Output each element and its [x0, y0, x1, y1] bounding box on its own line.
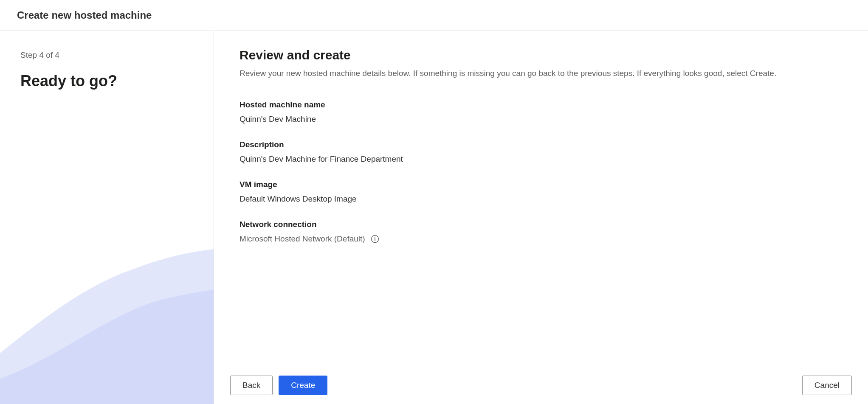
sidebar-title: Ready to go? [20, 72, 193, 90]
wizard-footer: Back Create Cancel [214, 366, 868, 404]
wave-decoration [0, 234, 214, 404]
field-machine-name: Hosted machine name Quinn's Dev Machine [240, 100, 843, 124]
step-indicator: Step 4 of 4 [20, 50, 193, 60]
footer-right: Cancel [802, 376, 852, 395]
create-button[interactable]: Create [279, 376, 327, 395]
footer-left: Back Create [230, 376, 327, 395]
field-label-vm-image: VM image [240, 180, 843, 189]
main-title: Review and create [240, 48, 843, 62]
svg-point-1 [375, 236, 375, 237]
field-value-vm-image: Default Windows Desktop Image [240, 194, 843, 204]
field-value-machine-name: Quinn's Dev Machine [240, 115, 843, 124]
back-button[interactable]: Back [230, 376, 273, 395]
field-label-machine-name: Hosted machine name [240, 100, 843, 109]
field-network: Network connection Microsoft Hosted Netw… [240, 220, 843, 244]
main-subtitle: Review your new hosted machine details b… [240, 67, 843, 80]
svg-rect-2 [375, 238, 375, 241]
field-label-network: Network connection [240, 220, 843, 229]
page-header: Create new hosted machine [0, 0, 868, 31]
main-content: Review and create Review your new hosted… [214, 31, 868, 404]
field-label-description: Description [240, 140, 843, 149]
field-vm-image: VM image Default Windows Desktop Image [240, 180, 843, 204]
field-value-network-text: Microsoft Hosted Network (Default) [240, 234, 365, 244]
cancel-button[interactable]: Cancel [802, 376, 852, 395]
field-value-description: Quinn's Dev Machine for Finance Departme… [240, 154, 843, 164]
body-container: Step 4 of 4 Ready to go? Review and crea… [0, 31, 868, 404]
info-icon[interactable] [370, 234, 380, 244]
page-title: Create new hosted machine [17, 9, 152, 21]
field-value-network: Microsoft Hosted Network (Default) [240, 234, 843, 244]
wizard-sidebar: Step 4 of 4 Ready to go? [0, 31, 214, 404]
field-description: Description Quinn's Dev Machine for Fina… [240, 140, 843, 164]
